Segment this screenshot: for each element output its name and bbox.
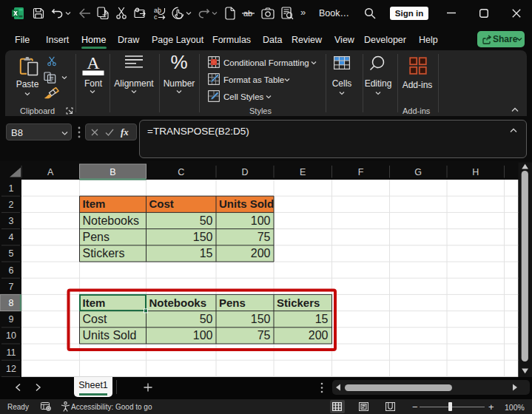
svg-text:c: c: [154, 13, 158, 21]
svg-text:4: 4: [9, 232, 14, 242]
svg-text:3: 3: [9, 216, 14, 226]
svg-text:150: 150: [193, 231, 213, 243]
svg-text:Stickers: Stickers: [83, 247, 125, 259]
svg-text:6: 6: [9, 265, 14, 276]
svg-text:150: 150: [251, 313, 271, 325]
svg-text:1: 1: [9, 183, 14, 194]
svg-text:B: B: [110, 167, 115, 177]
svg-text:15: 15: [200, 247, 213, 259]
svg-text:Pens: Pens: [83, 231, 110, 243]
svg-text:75: 75: [257, 231, 271, 243]
svg-text:D: D: [241, 167, 248, 177]
svg-text:Units Sold: Units Sold: [83, 329, 137, 342]
svg-text:2: 2: [9, 200, 14, 210]
svg-text:Notebooks: Notebooks: [83, 214, 140, 227]
svg-text:50: 50: [200, 214, 213, 227]
svg-text:Cost: Cost: [149, 197, 174, 210]
svg-text:Item: Item: [83, 197, 106, 210]
svg-text:200: 200: [309, 329, 329, 342]
svg-text:200: 200: [251, 247, 271, 259]
svg-text:100: 100: [251, 214, 271, 227]
svg-text:75: 75: [257, 329, 271, 342]
svg-text:10: 10: [6, 330, 16, 341]
svg-text:12: 12: [6, 364, 16, 374]
svg-text:100: 100: [193, 329, 213, 342]
svg-text:7: 7: [9, 282, 14, 292]
svg-text:C: C: [178, 167, 184, 177]
svg-text:8: 8: [9, 298, 14, 308]
svg-text:11: 11: [7, 347, 16, 358]
svg-text:15: 15: [315, 313, 329, 325]
svg-text:A: A: [87, 53, 100, 72]
svg-text:Cost: Cost: [83, 313, 107, 325]
svg-text:A: A: [47, 167, 54, 177]
svg-text:50: 50: [200, 313, 213, 325]
svg-text:G: G: [414, 167, 422, 177]
svg-text:Pens: Pens: [219, 296, 246, 309]
svg-text:Units Sold: Units Sold: [219, 197, 274, 210]
svg-text:Item: Item: [83, 296, 106, 309]
svg-text:Notebooks: Notebooks: [149, 296, 207, 309]
svg-text:F: F: [358, 167, 364, 177]
svg-text:E: E: [300, 167, 306, 177]
svg-text:5: 5: [9, 248, 14, 259]
svg-text:9: 9: [9, 314, 14, 325]
svg-text:H: H: [472, 167, 479, 177]
svg-text:Stickers: Stickers: [277, 296, 320, 309]
